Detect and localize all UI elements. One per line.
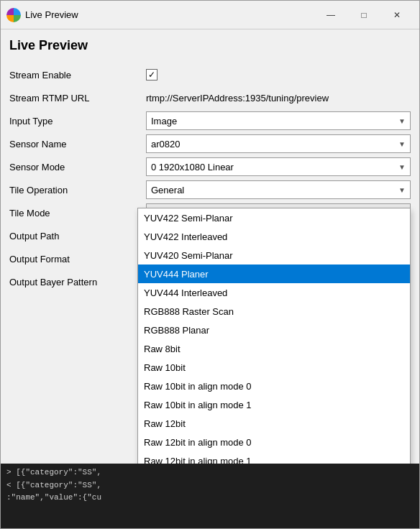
sensor-name-row: Sensor Name ar0820 ▼ (9, 134, 411, 154)
title-bar: Live Preview — □ ✕ (1, 1, 419, 29)
dropdown-item-0[interactable]: YUV422 Semi-Planar (138, 208, 410, 227)
output-format-dropdown-list[interactable]: YUV422 Semi-Planar YUV422 Interleaved YU… (137, 208, 411, 464)
dropdown-item-9[interactable]: Raw 10bit in align mode 0 (138, 377, 410, 395)
title-bar-title: Live Preview (25, 9, 314, 20)
sensor-name-dropdown[interactable]: ar0820 ▼ (146, 134, 411, 153)
bottom-line-0: > [{"category":"SS", (6, 466, 414, 479)
tile-mode-label: Tile Mode (9, 208, 146, 218)
sensor-name-label: Sensor Name (9, 139, 146, 150)
dropdown-item-11[interactable]: Raw 12bit (138, 414, 410, 433)
tile-operation-label: Tile Operation (9, 185, 146, 196)
output-bayer-label: Output Bayer Pattern (9, 277, 146, 288)
tile-operation-dropdown[interactable]: General ▼ (146, 180, 411, 199)
app-icon (6, 8, 21, 22)
stream-rtmp-row: Stream RTMP URL rtmp://ServerIPAddress:1… (9, 88, 411, 108)
dropdown-item-12[interactable]: Raw 12bit in align mode 0 (138, 433, 410, 451)
input-type-label: Input Type (9, 116, 146, 126)
dropdown-item-5[interactable]: RGB888 Raster Scan (138, 302, 410, 321)
bottom-line-2: :"name","value":{"cu (6, 492, 414, 505)
dropdown-item-1[interactable]: YUV422 Interleaved (138, 227, 410, 246)
stream-enable-row: Stream Enable ✓ (9, 65, 411, 85)
sensor-mode-dropdown[interactable]: 0 1920x1080 Linear ▼ (146, 157, 411, 176)
input-type-selected: Image (151, 116, 177, 126)
stream-rtmp-value: rtmp://ServerIPAddress:1935/tuning/previ… (146, 93, 411, 104)
checkbox-check-mark: ✓ (148, 70, 155, 80)
dropdown-item-10[interactable]: Raw 10bit in align mode 1 (138, 395, 410, 414)
output-path-label: Output Path (9, 231, 146, 242)
stream-enable-label: Stream Enable (9, 70, 146, 80)
sensor-mode-arrow: ▼ (398, 163, 406, 171)
dropdown-item-3[interactable]: YUV444 Planer (138, 264, 410, 283)
bottom-bar: > [{"category":"SS", < [{"category":"SS"… (1, 464, 419, 528)
dropdown-item-8[interactable]: Raw 10bit (138, 358, 410, 377)
stream-rtmp-label: Stream RTMP URL (9, 93, 146, 104)
tile-operation-selected: General (151, 185, 184, 196)
minimize-button[interactable]: — (314, 4, 347, 26)
title-bar-controls: — □ ✕ (314, 4, 414, 26)
input-type-arrow: ▼ (398, 117, 406, 125)
sensor-mode-row: Sensor Mode 0 1920x1080 Linear ▼ (9, 157, 411, 177)
tile-operation-arrow: ▼ (398, 186, 406, 194)
dropdown-item-2[interactable]: YUV420 Semi-Planar (138, 246, 410, 264)
page-title: Live Preview (9, 38, 411, 53)
tile-operation-row: Tile Operation General ▼ (9, 180, 411, 200)
sensor-mode-selected: 0 1920x1080 Linear (151, 162, 234, 172)
content-area: Live Preview Stream Enable ✓ Stream RTMP… (1, 29, 419, 464)
bottom-line-1: < [{"category":"SS", (6, 479, 414, 492)
sensor-mode-label: Sensor Mode (9, 162, 146, 172)
sensor-name-arrow: ▼ (398, 140, 406, 148)
input-type-dropdown[interactable]: Image ▼ (146, 111, 411, 130)
close-button[interactable]: ✕ (380, 4, 414, 26)
input-type-row: Input Type Image ▼ (9, 111, 411, 131)
output-format-label: Output Format (9, 254, 146, 264)
dropdown-item-4[interactable]: YUV444 Interleaved (138, 283, 410, 302)
dropdown-item-7[interactable]: Raw 8bit (138, 339, 410, 358)
dropdown-item-6[interactable]: RGB888 Planar (138, 321, 410, 339)
maximize-button[interactable]: □ (347, 4, 380, 26)
dropdown-item-13[interactable]: Raw 12bit in align mode 1 (138, 451, 410, 464)
window: Live Preview — □ ✕ Live Preview Stream E… (0, 0, 420, 529)
stream-enable-checkbox[interactable]: ✓ (146, 69, 158, 80)
sensor-name-selected: ar0820 (151, 139, 180, 150)
